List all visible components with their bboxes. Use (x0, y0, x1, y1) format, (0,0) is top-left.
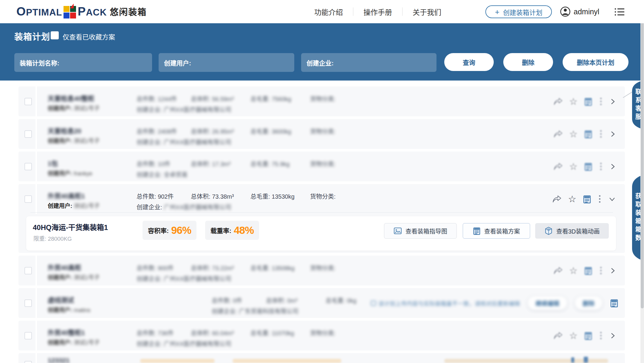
share-icon[interactable] (552, 195, 561, 203)
row-separator (30, 212, 613, 213)
chevron-right-icon[interactable] (609, 98, 616, 105)
row-checkbox[interactable] (24, 163, 32, 170)
plan-title: 1包 (48, 158, 58, 168)
row-actions: ☆ (554, 97, 616, 106)
volume-rate-value: 96% (171, 224, 191, 236)
chevron-right-icon[interactable] (609, 130, 616, 138)
share-icon[interactable] (554, 130, 563, 138)
delete-plan-button[interactable]: 删除 (575, 296, 602, 310)
plan-row[interactable]: 123321 (18, 353, 625, 363)
clipboard-icon[interactable] (584, 97, 592, 106)
kebab-menu-icon[interactable] (599, 130, 603, 138)
tag-mark (571, 357, 574, 363)
plan-row-expanded[interactable]: 外贸40高柜1 创建用户: 测试1号子 总件数: 902件总体积: 73.38m… (18, 184, 625, 253)
row-checkbox[interactable] (24, 195, 32, 203)
row-checkbox[interactable] (24, 332, 32, 339)
plan-title: 虚线测试 (48, 295, 74, 304)
weight-limit: 限重: 28000KG (33, 234, 72, 242)
plan-row[interactable]: 天意检息20 创建用户: 测试1号子 总件数: 2408件总体积: 26.95m… (18, 119, 625, 149)
row-checkbox[interactable] (24, 361, 32, 363)
continue-edit-button[interactable]: 继续编辑 (528, 296, 567, 310)
load-rate-value: 48% (234, 224, 254, 236)
row-checkbox[interactable] (24, 299, 32, 307)
row-checkbox[interactable] (24, 267, 32, 274)
company-input[interactable]: 创建企业: (301, 53, 436, 72)
clipboard-icon[interactable] (584, 129, 592, 138)
logo-square-red (70, 13, 76, 18)
chevron-right-icon[interactable] (609, 163, 616, 170)
delete-page-button[interactable]: 删除本页计划 (563, 53, 628, 71)
share-icon[interactable] (554, 98, 563, 105)
star-icon[interactable]: ☆ (569, 129, 578, 139)
logo-roof (70, 4, 74, 8)
favorites-only-label: 仅查看已收藏方案 (63, 32, 115, 41)
company-input-label: 创建企业: (306, 58, 334, 67)
favorites-only-checkbox[interactable] (51, 31, 59, 39)
chevron-right-icon[interactable] (609, 267, 616, 274)
view-packing-guide-label: 查看装箱指导图 (405, 227, 447, 235)
plan-note: 该计划上传内容与实际装箱量不一致，请核对后重新编辑 (371, 299, 520, 307)
create-plan-button[interactable]: + 创建装箱计划 (485, 5, 552, 18)
kebab-menu-icon[interactable] (598, 195, 602, 203)
clipboard-icon[interactable] (584, 162, 592, 171)
star-icon[interactable]: ☆ (569, 97, 578, 106)
nav-item-about[interactable]: 关于我们 (402, 7, 451, 17)
star-icon[interactable]: ☆ (568, 194, 576, 204)
row-checkbox[interactable] (24, 98, 32, 105)
plan-company: 创建企业: 广东贸易科技有限公司 (212, 307, 298, 315)
scrollbar-thumb[interactable] (641, 7, 644, 308)
plan-title: 外贸40高柜 (48, 262, 81, 272)
view-3d-animation-button[interactable]: 3D 查看3D装箱动画 (535, 223, 609, 239)
view-packing-guide-button[interactable]: 查看装箱指导图 (384, 223, 457, 239)
chevron-right-icon[interactable] (609, 332, 616, 339)
creator-input[interactable]: 创建用户: (159, 53, 294, 72)
plan-row[interactable]: 外贸40整柜1 创建用户: 测试1号子 总件数: 736件总体积: 60.04m… (18, 321, 625, 350)
search-button[interactable]: 查询 (444, 53, 494, 71)
row-checkbox[interactable] (24, 130, 32, 138)
plan-row[interactable]: 天意检息40整柜 创建用户: 测试1号子 总件数: 1244件总体积: 56.5… (18, 86, 625, 116)
chevron-down-icon[interactable] (608, 196, 616, 202)
plan-title: 外贸40高柜1 (48, 191, 85, 200)
kebab-menu-icon[interactable] (599, 163, 603, 170)
house-logo-icon (64, 4, 77, 18)
star-icon[interactable]: ☆ (569, 162, 578, 171)
share-icon[interactable] (554, 163, 563, 170)
plan-row[interactable]: 虚线测试 创建用户: matins 总件数: 0件总体积: 0m³总毛重: 0k… (18, 288, 625, 318)
plan-row[interactable]: 外贸40高柜 创建用户: 测试1号子 总件数: 900件总体积: 73.22m³… (18, 256, 625, 285)
plan-name-input-label: 装箱计划名称: (20, 58, 59, 67)
view-packing-plan-button[interactable]: 查看装箱方案 (463, 223, 530, 239)
delete-button[interactable]: 删除 (503, 53, 553, 71)
menu-list-icon[interactable] (614, 7, 626, 17)
page-title: 装箱计划 (14, 30, 50, 42)
plan-name-input[interactable]: 装箱计划名称: (14, 53, 152, 72)
share-icon[interactable] (554, 332, 563, 339)
nav-item-features[interactable]: 功能介绍 (304, 7, 353, 17)
volume-rate-label: 容积率: (148, 226, 169, 235)
clipboard-icon[interactable] (584, 266, 592, 275)
user-box[interactable]: adminyl (560, 0, 599, 23)
plan-row[interactable]: 1包 创建用户: frankye 总件数: 10件总体积: 17.3m³总毛重:… (18, 152, 625, 181)
plus-icon: + (495, 8, 499, 16)
note-checkbox[interactable] (371, 301, 376, 306)
create-plan-label: 创建装箱计划 (503, 7, 542, 17)
star-icon[interactable]: ☆ (569, 331, 578, 340)
volume-rate-chip: 容积率: 96% (143, 221, 196, 240)
row-gap (35, 152, 37, 181)
load-rate-label: 载重率: (210, 226, 231, 235)
nav-item-manual[interactable]: 操作手册 (353, 7, 402, 17)
row-gap (35, 119, 37, 149)
svg-text:3D: 3D (547, 228, 550, 231)
clipboard-icon[interactable] (584, 331, 592, 340)
clipboard-icon[interactable] (583, 194, 591, 203)
share-icon[interactable] (554, 267, 563, 274)
app-logo[interactable]: Optimal Pack 悠闲装箱 (16, 4, 147, 18)
kebab-menu-icon[interactable] (599, 98, 603, 105)
kebab-menu-icon[interactable] (599, 267, 603, 274)
plan-creator: 创建用户: 测试1号子 (48, 273, 100, 281)
main-nav: 功能介绍 操作手册 关于我们 (304, 0, 451, 23)
plan-title: 123321 (48, 357, 69, 363)
star-icon[interactable]: ☆ (569, 266, 578, 275)
clipboard-icon[interactable] (610, 299, 618, 308)
kebab-menu-icon[interactable] (599, 332, 603, 339)
container-name: 40HQ海运-干货集装箱1 (33, 222, 108, 232)
